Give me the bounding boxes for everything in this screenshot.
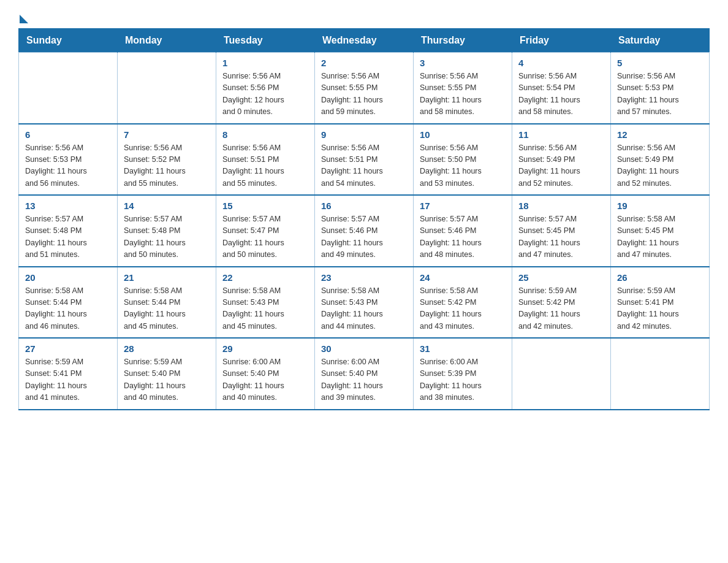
header-wednesday: Wednesday xyxy=(315,29,414,53)
day-number: 25 xyxy=(518,272,604,283)
day-info: Sunrise: 5:56 AMSunset: 5:49 PMDaylight:… xyxy=(617,142,703,190)
day-info: Sunrise: 5:57 AMSunset: 5:46 PMDaylight:… xyxy=(420,213,506,261)
day-number: 2 xyxy=(321,58,407,68)
day-number: 3 xyxy=(420,58,506,68)
day-info: Sunrise: 5:56 AMSunset: 5:55 PMDaylight:… xyxy=(420,71,506,118)
calendar-week-row: 6Sunrise: 5:56 AMSunset: 5:53 PMDaylight… xyxy=(19,124,710,196)
calendar-cell: 21Sunrise: 5:58 AMSunset: 5:44 PMDayligh… xyxy=(118,267,216,339)
day-number: 14 xyxy=(124,201,210,211)
day-info: Sunrise: 5:56 AMSunset: 5:52 PMDaylight:… xyxy=(124,142,210,190)
day-number: 16 xyxy=(321,201,407,211)
calendar-cell: 10Sunrise: 5:56 AMSunset: 5:50 PMDayligh… xyxy=(414,124,512,196)
calendar-week-row: 13Sunrise: 5:57 AMSunset: 5:48 PMDayligh… xyxy=(19,195,710,267)
day-number: 22 xyxy=(222,272,308,283)
calendar-cell: 28Sunrise: 5:59 AMSunset: 5:40 PMDayligh… xyxy=(118,338,216,410)
calendar-cell xyxy=(512,338,611,410)
day-info: Sunrise: 5:58 AMSunset: 5:44 PMDaylight:… xyxy=(124,285,210,333)
calendar-cell: 11Sunrise: 5:56 AMSunset: 5:49 PMDayligh… xyxy=(512,124,611,196)
day-number: 31 xyxy=(420,343,506,354)
day-info: Sunrise: 5:56 AMSunset: 5:50 PMDaylight:… xyxy=(420,142,506,190)
day-number: 6 xyxy=(25,129,111,140)
calendar-cell: 9Sunrise: 5:56 AMSunset: 5:51 PMDaylight… xyxy=(315,124,414,196)
day-number: 20 xyxy=(25,272,111,283)
day-number: 10 xyxy=(420,129,506,140)
calendar-cell: 12Sunrise: 5:56 AMSunset: 5:49 PMDayligh… xyxy=(611,124,710,196)
calendar-cell: 14Sunrise: 5:57 AMSunset: 5:48 PMDayligh… xyxy=(118,195,216,267)
calendar-cell: 15Sunrise: 5:57 AMSunset: 5:47 PMDayligh… xyxy=(216,195,315,267)
day-info: Sunrise: 5:58 AMSunset: 5:43 PMDaylight:… xyxy=(321,285,407,333)
day-info: Sunrise: 5:58 AMSunset: 5:45 PMDaylight:… xyxy=(617,213,703,261)
day-number: 24 xyxy=(420,272,506,283)
day-info: Sunrise: 5:56 AMSunset: 5:56 PMDaylight:… xyxy=(222,71,308,118)
day-info: Sunrise: 6:00 AMSunset: 5:40 PMDaylight:… xyxy=(321,356,407,404)
day-number: 4 xyxy=(518,58,604,68)
day-info: Sunrise: 6:00 AMSunset: 5:39 PMDaylight:… xyxy=(420,356,506,404)
calendar-cell: 25Sunrise: 5:59 AMSunset: 5:42 PMDayligh… xyxy=(512,267,611,339)
calendar-cell: 17Sunrise: 5:57 AMSunset: 5:46 PMDayligh… xyxy=(414,195,512,267)
day-info: Sunrise: 5:57 AMSunset: 5:46 PMDaylight:… xyxy=(321,213,407,261)
calendar-cell: 29Sunrise: 6:00 AMSunset: 5:40 PMDayligh… xyxy=(216,338,315,410)
calendar-cell: 19Sunrise: 5:58 AMSunset: 5:45 PMDayligh… xyxy=(611,195,710,267)
day-number: 15 xyxy=(222,201,308,211)
calendar-cell: 27Sunrise: 5:59 AMSunset: 5:41 PMDayligh… xyxy=(19,338,118,410)
day-info: Sunrise: 5:56 AMSunset: 5:51 PMDaylight:… xyxy=(321,142,407,190)
calendar-cell: 6Sunrise: 5:56 AMSunset: 5:53 PMDaylight… xyxy=(19,124,118,196)
day-number: 7 xyxy=(124,129,210,140)
day-number: 29 xyxy=(222,343,308,354)
header-sunday: Sunday xyxy=(19,29,118,53)
calendar-cell xyxy=(118,53,216,124)
header-monday: Monday xyxy=(118,29,216,53)
calendar-cell xyxy=(611,338,710,410)
logo xyxy=(18,12,28,23)
day-info: Sunrise: 5:58 AMSunset: 5:42 PMDaylight:… xyxy=(420,285,506,333)
calendar-cell: 5Sunrise: 5:56 AMSunset: 5:53 PMDaylight… xyxy=(611,53,710,124)
calendar-cell: 22Sunrise: 5:58 AMSunset: 5:43 PMDayligh… xyxy=(216,267,315,339)
calendar-cell: 20Sunrise: 5:58 AMSunset: 5:44 PMDayligh… xyxy=(19,267,118,339)
calendar-cell: 16Sunrise: 5:57 AMSunset: 5:46 PMDayligh… xyxy=(315,195,414,267)
day-info: Sunrise: 5:57 AMSunset: 5:47 PMDaylight:… xyxy=(222,213,308,261)
day-number: 27 xyxy=(25,343,111,354)
day-number: 13 xyxy=(25,201,111,211)
day-info: Sunrise: 5:59 AMSunset: 5:42 PMDaylight:… xyxy=(518,285,604,333)
day-info: Sunrise: 5:56 AMSunset: 5:53 PMDaylight:… xyxy=(25,142,111,190)
day-info: Sunrise: 5:56 AMSunset: 5:49 PMDaylight:… xyxy=(518,142,604,190)
calendar-cell: 18Sunrise: 5:57 AMSunset: 5:45 PMDayligh… xyxy=(512,195,611,267)
day-info: Sunrise: 5:56 AMSunset: 5:51 PMDaylight:… xyxy=(222,142,308,190)
day-info: Sunrise: 6:00 AMSunset: 5:40 PMDaylight:… xyxy=(222,356,308,404)
calendar-week-row: 20Sunrise: 5:58 AMSunset: 5:44 PMDayligh… xyxy=(19,267,710,339)
calendar-week-row: 1Sunrise: 5:56 AMSunset: 5:56 PMDaylight… xyxy=(19,53,710,124)
calendar-cell xyxy=(19,53,118,124)
day-info: Sunrise: 5:59 AMSunset: 5:41 PMDaylight:… xyxy=(25,356,111,404)
calendar-cell: 1Sunrise: 5:56 AMSunset: 5:56 PMDaylight… xyxy=(216,53,315,124)
day-info: Sunrise: 5:59 AMSunset: 5:40 PMDaylight:… xyxy=(124,356,210,404)
day-number: 1 xyxy=(222,58,308,68)
calendar-week-row: 27Sunrise: 5:59 AMSunset: 5:41 PMDayligh… xyxy=(19,338,710,410)
calendar-cell: 8Sunrise: 5:56 AMSunset: 5:51 PMDaylight… xyxy=(216,124,315,196)
day-info: Sunrise: 5:56 AMSunset: 5:55 PMDaylight:… xyxy=(321,71,407,118)
calendar-header-row: SundayMondayTuesdayWednesdayThursdayFrid… xyxy=(19,29,710,53)
day-info: Sunrise: 5:57 AMSunset: 5:48 PMDaylight:… xyxy=(25,213,111,261)
calendar-table: SundayMondayTuesdayWednesdayThursdayFrid… xyxy=(18,28,710,410)
header-friday: Friday xyxy=(512,29,611,53)
day-number: 5 xyxy=(617,58,703,68)
header-saturday: Saturday xyxy=(611,29,710,53)
day-number: 19 xyxy=(617,201,703,211)
day-number: 12 xyxy=(617,129,703,140)
day-number: 8 xyxy=(222,129,308,140)
day-info: Sunrise: 5:59 AMSunset: 5:41 PMDaylight:… xyxy=(617,285,703,333)
header-thursday: Thursday xyxy=(414,29,512,53)
day-number: 26 xyxy=(617,272,703,283)
day-number: 9 xyxy=(321,129,407,140)
calendar-cell: 4Sunrise: 5:56 AMSunset: 5:54 PMDaylight… xyxy=(512,53,611,124)
calendar-cell: 7Sunrise: 5:56 AMSunset: 5:52 PMDaylight… xyxy=(118,124,216,196)
day-number: 28 xyxy=(124,343,210,354)
day-info: Sunrise: 5:58 AMSunset: 5:43 PMDaylight:… xyxy=(222,285,308,333)
day-number: 30 xyxy=(321,343,407,354)
calendar-cell: 26Sunrise: 5:59 AMSunset: 5:41 PMDayligh… xyxy=(611,267,710,339)
day-number: 18 xyxy=(518,201,604,211)
calendar-cell: 3Sunrise: 5:56 AMSunset: 5:55 PMDaylight… xyxy=(414,53,512,124)
day-number: 11 xyxy=(518,129,604,140)
calendar-cell: 2Sunrise: 5:56 AMSunset: 5:55 PMDaylight… xyxy=(315,53,414,124)
header-tuesday: Tuesday xyxy=(216,29,315,53)
day-info: Sunrise: 5:57 AMSunset: 5:48 PMDaylight:… xyxy=(124,213,210,261)
